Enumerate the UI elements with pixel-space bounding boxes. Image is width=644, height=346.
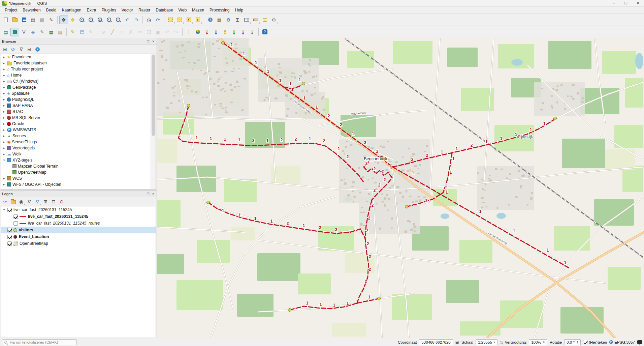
- layers-close-button[interactable]: ✕: [152, 192, 155, 196]
- deselect-features-dropdown[interactable]: ▾: [192, 22, 193, 24]
- open-layer-styling-panel[interactable]: ✑: [1, 198, 9, 205]
- layer-visibility-checkbox[interactable]: [7, 208, 12, 212]
- messages-icon[interactable]: [637, 340, 642, 344]
- browser-item-vectortegels[interactable]: ▸Vectortegels: [1, 145, 156, 151]
- menu-database[interactable]: Database: [153, 7, 175, 13]
- layer-visibility-checkbox[interactable]: [13, 214, 18, 219]
- zoom-next[interactable]: ↷: [132, 16, 141, 24]
- rotation-spinbox[interactable]: 0,0 °▲▼: [564, 339, 581, 345]
- measure-dropdown[interactable]: ▾: [259, 22, 260, 24]
- statistical-summary[interactable]: Σ: [233, 16, 242, 24]
- browser-item-xyz-tegels[interactable]: ▾XYZ-tegels: [1, 157, 156, 163]
- add-feature[interactable]: ⊙: [99, 28, 108, 36]
- filter-by-expression[interactable]: ∇▾: [34, 198, 41, 205]
- menu-beeld[interactable]: Beeld: [43, 7, 59, 13]
- select-features-by-value[interactable]: ≡▾: [175, 16, 184, 24]
- open-data-source-manager[interactable]: ▤: [1, 28, 10, 36]
- show-properties[interactable]: i: [34, 46, 41, 53]
- layer-visibility-checkbox[interactable]: [7, 235, 12, 239]
- browser-float-button[interactable]: ❐: [147, 40, 149, 43]
- menu-plug-ins[interactable]: Plug-ins: [99, 7, 119, 13]
- browser-scrollbar[interactable]: [151, 54, 156, 189]
- extents-icon[interactable]: ▣: [455, 340, 459, 345]
- browser-item-scenes[interactable]: ▸▲Scenes: [1, 133, 156, 139]
- new-project[interactable]: [1, 16, 10, 24]
- menu-help[interactable]: Help: [232, 7, 246, 13]
- map-tips[interactable]: [260, 16, 269, 24]
- refresh-map[interactable]: ⟳: [154, 16, 162, 24]
- select-features-dropdown[interactable]: ▾: [174, 22, 175, 24]
- open-project[interactable]: [10, 16, 19, 24]
- add-selected-layers[interactable]: ⊞: [1, 46, 9, 53]
- checkbox-icon[interactable]: [583, 340, 587, 344]
- expander-icon[interactable]: ▾: [2, 208, 6, 211]
- expander-icon[interactable]: ▸: [2, 104, 6, 107]
- browser-item-geopackage[interactable]: ▸GeoPackage: [1, 84, 156, 90]
- menu-vector[interactable]: Vector: [119, 7, 136, 13]
- pan-map[interactable]: ✥: [59, 16, 68, 24]
- layer-item-live-car-fast-20260131-115245-routes[interactable]: live_car_fast_20260131_115245_routes: [1, 220, 156, 227]
- cut-features[interactable]: ✂: [135, 28, 144, 36]
- attribute-table[interactable]: ▾: [242, 16, 251, 24]
- expand-all[interactable]: ⊞: [42, 198, 49, 205]
- map-canvas[interactable]: LiersesteenwegLiersesteenwegMechelbaan11…: [157, 38, 644, 338]
- rotate-label[interactable]: [239, 28, 248, 36]
- maximize-button[interactable]: ❐: [620, 0, 632, 6]
- locator-search[interactable]: Typ om te lokaliseren (Ctrl+K): [2, 339, 77, 345]
- zoom-in[interactable]: +: [77, 16, 86, 24]
- change-label-properties[interactable]: [248, 28, 257, 36]
- render-checkbox[interactable]: (Her)teken: [583, 340, 607, 344]
- current-edits[interactable]: ✎▾: [87, 28, 95, 36]
- new-print-layout[interactable]: ▤: [29, 16, 37, 24]
- browser-item-postgresql[interactable]: ▸PostgreSQL: [1, 96, 156, 103]
- manage-map-themes-dropdown[interactable]: ▾: [24, 203, 25, 205]
- remove-layer[interactable]: ⊖: [58, 198, 65, 205]
- layer-labeling-options[interactable]: [184, 28, 193, 36]
- expander-icon[interactable]: ▸: [2, 146, 6, 150]
- help-contents[interactable]: ?: [260, 28, 269, 36]
- expander-icon[interactable]: ▸: [2, 55, 6, 59]
- expander-icon[interactable]: ▸: [2, 177, 6, 180]
- expander-icon[interactable]: ▸: [2, 110, 6, 113]
- browser-item-spatialite[interactable]: ▸◈SpatiaLite: [1, 90, 156, 96]
- layer-visibility-checkbox[interactable]: [13, 221, 18, 226]
- pin-unpin-labels[interactable]: [202, 28, 211, 36]
- scale-combobox[interactable]: 1:23555▾: [476, 339, 497, 345]
- expander-icon[interactable]: ▸: [2, 80, 6, 83]
- menu-bewerken[interactable]: Bewerken: [20, 7, 43, 13]
- select-by-expression-dropdown[interactable]: ▾: [201, 22, 202, 24]
- browser-item-mapzen-global-terrain[interactable]: Mapzen Global Terrain: [1, 163, 156, 169]
- field-calculator[interactable]: ▦: [215, 16, 224, 24]
- expander-icon[interactable]: ▸: [2, 92, 6, 95]
- browser-item-wms-wmts[interactable]: ▸WMS/WMTS: [1, 127, 156, 133]
- expander-icon[interactable]: ▸: [2, 134, 6, 138]
- refresh-browser[interactable]: ⟳: [9, 46, 17, 53]
- expander-icon[interactable]: ▸: [2, 116, 6, 119]
- browser-item-wfs-ogc-api-objecten[interactable]: ▸WFS / OGC API - Objecten: [1, 181, 156, 188]
- browser-item-stac[interactable]: ▸STAC: [1, 109, 156, 115]
- expander-icon[interactable]: ▸: [2, 61, 6, 65]
- layer-item-event-location[interactable]: Event_Location: [1, 233, 156, 240]
- style-manager[interactable]: ✎: [47, 16, 56, 24]
- show-layout-manager[interactable]: ▥: [38, 16, 46, 24]
- browser-item-openstreetmap[interactable]: OpenStreetMap: [1, 169, 156, 175]
- add-group[interactable]: [9, 198, 17, 205]
- select-features-by-value-dropdown[interactable]: ▾: [183, 22, 184, 24]
- chevron-down-icon[interactable]: ▾: [494, 341, 495, 344]
- browser-item-home[interactable]: ▸⌂Home: [1, 72, 156, 78]
- layer-item-openstreetmap[interactable]: OpenStreetMap: [1, 240, 156, 247]
- browser-close-button[interactable]: ✕: [152, 40, 155, 43]
- options[interactable]: ⚙▾: [269, 16, 278, 24]
- browser-item-sap-hana[interactable]: ▸SAP HANA: [1, 103, 156, 109]
- layer-item-live-car-fast-20260131-115245[interactable]: ▾live_car_fast_20260131_115245: [1, 206, 156, 213]
- menu-kaartlagen[interactable]: Kaartlagen: [59, 7, 84, 13]
- filter-browser[interactable]: ∇: [18, 46, 25, 53]
- browser-item-thuis-voor-project[interactable]: ▸⌂Thuis voor project: [1, 66, 156, 72]
- spinner-arrows-icon[interactable]: ▲▼: [576, 341, 578, 344]
- copy-features[interactable]: ❐: [144, 28, 153, 36]
- browser-item-favorieten[interactable]: ▸★Favorieten: [1, 54, 156, 60]
- layer-diagram-options[interactable]: [193, 28, 202, 36]
- magnifier-spinbox[interactable]: 100%▲▼: [529, 339, 547, 345]
- browser-item-ms-sql-server[interactable]: ▸MS SQL Server: [1, 115, 156, 121]
- menu-raster[interactable]: Raster: [136, 7, 153, 13]
